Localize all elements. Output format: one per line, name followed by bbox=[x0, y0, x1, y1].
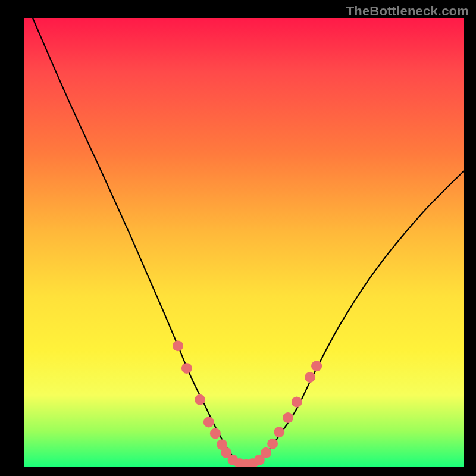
plot-area bbox=[24, 18, 464, 467]
curve-marker bbox=[210, 428, 221, 439]
chart-frame: TheBottleneck.com bbox=[0, 0, 476, 476]
curve-marker bbox=[173, 340, 183, 351]
curve-marker bbox=[203, 417, 214, 428]
curve-marker bbox=[305, 372, 315, 383]
curve-marker bbox=[267, 439, 278, 449]
curve-marker bbox=[311, 361, 322, 371]
curve-marker bbox=[283, 412, 293, 423]
curve-marker bbox=[274, 427, 284, 437]
bottleneck-curve bbox=[33, 18, 464, 465]
curve-markers bbox=[173, 340, 322, 467]
curve-marker bbox=[195, 394, 205, 405]
curve-marker bbox=[292, 397, 302, 408]
watermark-label: TheBottleneck.com bbox=[346, 4, 469, 19]
chart-svg bbox=[24, 18, 464, 467]
curve-marker bbox=[261, 447, 271, 458]
curve-marker bbox=[181, 363, 192, 374]
